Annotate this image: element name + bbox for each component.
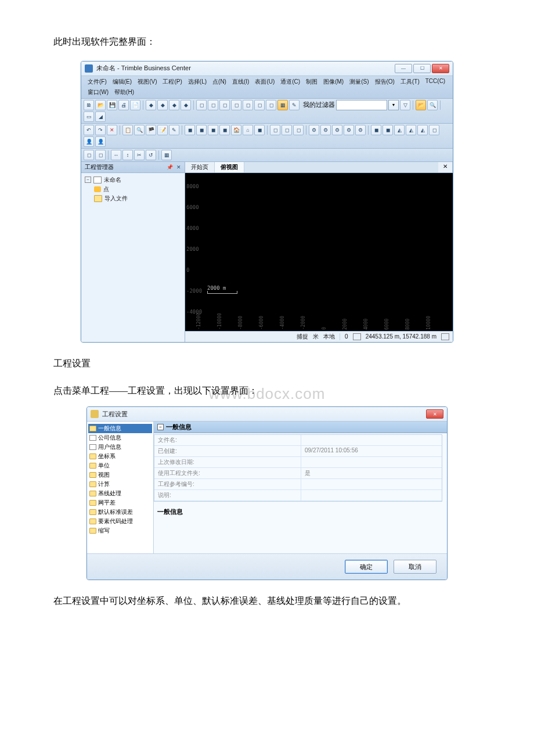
settings-tree-item[interactable]: 默认标准误差 [88,507,152,517]
close-icon[interactable]: ✕ [176,164,181,170]
tool-icon[interactable]: 👤 [95,136,106,147]
print-icon[interactable]: 🖨 [118,100,129,110]
tool-icon[interactable]: ◆ [169,100,179,110]
collapse-icon[interactable]: − [85,177,91,183]
tab-start[interactable]: 开始页 [185,162,215,172]
menu-item[interactable]: 窗口(W) [85,87,111,98]
settings-tree-item[interactable]: 网平差 [88,498,152,507]
property-row[interactable]: 上次修改日期: [154,457,442,468]
tool-icon[interactable]: 👤 [84,136,94,147]
tool-icon[interactable]: ✎ [289,100,300,110]
tab-planview[interactable]: 俯视图 [215,162,244,172]
tree-root[interactable]: − 未命名 [85,175,181,185]
menu-item[interactable]: 选择(L) [185,77,210,87]
settings-tree-item[interactable]: 坐标系 [88,452,152,461]
tool-icon[interactable]: ▭ [84,111,94,122]
save-icon[interactable]: 💾 [107,100,117,110]
form-section-header[interactable]: − 一般信息 [154,422,447,433]
toolbar-row-2[interactable]: ↶ ↷ ✕ 📋 🔍 🏴 📝 ✎ ◼ ◼ ◼ ◼ 🏠 ⌂ ◼ ◻ ◻ ◻ ⚙ ⚙ … [81,124,453,149]
property-value[interactable] [301,457,442,467]
close-button[interactable]: ✕ [432,64,449,73]
settings-tree-item[interactable]: 单位 [88,461,152,470]
tool-icon[interactable]: ⚙ [355,125,366,135]
settings-tree-item[interactable]: 公司信息 [88,433,152,442]
plan-view-canvas[interactable]: 2000 m 80006000400020000-2000-4000-12000… [185,173,453,331]
tool-icon[interactable]: ◻ [429,125,439,135]
grid-icon[interactable]: ▦ [277,100,288,110]
tool-icon[interactable]: ◆ [157,100,168,110]
undo-icon[interactable]: ↶ [84,125,94,135]
menu-item[interactable]: 报告(O) [372,77,398,87]
tool-icon[interactable]: 📋 [122,125,133,135]
settings-tree-item[interactable]: 要素代码处理 [88,517,152,526]
toolbar-row-1[interactable]: 🗎 📂 💾 🖨 📄 ◆ ◆ ◆ ◆ ◻ ◻ ◻ ◻ ◻ ◻ ◻ ▦ ✎ 我的过滤… [81,99,453,124]
tool-icon[interactable]: ◆ [181,100,191,110]
tool-icon[interactable]: ◻ [266,100,276,110]
menu-item[interactable]: 工程(P) [160,77,185,87]
tool-icon[interactable]: ✎ [169,125,179,135]
settings-tree-item[interactable]: 一般信息 [88,424,152,433]
tool-icon[interactable]: ◻ [196,100,207,110]
settings-tree[interactable]: 一般信息公司信息用户信息坐标系单位视图计算基线处理网平差默认标准误差要素代码处理… [87,422,154,553]
tab-close-icon[interactable]: ✕ [438,162,453,172]
settings-tree-item[interactable]: 缩写 [88,526,152,535]
tool-icon[interactable]: ◻ [219,100,230,110]
menubar[interactable]: 文件(F)编辑(E)视图(V)工程(P)选择(L)点(N)直线(I)表面(U)通… [81,76,453,99]
titlebar[interactable]: 工程设置 ✕ [87,407,447,422]
tool-icon[interactable]: ⚙ [332,125,342,135]
menu-item[interactable]: 文件(F) [85,77,110,87]
tool-icon[interactable]: ◭ [406,125,416,135]
property-grid[interactable]: 文件名:已创建:09/27/2011 10:05:56上次修改日期:使用工程文件… [154,434,442,502]
printprev-icon[interactable]: 📄 [130,100,140,110]
settings-tree-item[interactable]: 用户信息 [88,442,152,452]
tool-icon[interactable]: ◼ [371,125,381,135]
tool-icon[interactable]: ◻ [254,100,265,110]
property-value[interactable]: 是 [301,468,442,478]
view-tabs[interactable]: 开始页 俯视图 ✕ [185,162,453,173]
filter-btn[interactable]: ▽ [400,100,410,110]
toolbar-row-3[interactable]: ◻ ◻ ↔ ↕ ✂ ↺ ▦ [81,149,453,162]
tool-icon[interactable]: ◻ [243,100,253,110]
menu-item[interactable]: 直线(I) [229,77,252,87]
property-value[interactable] [301,479,442,489]
new-icon[interactable]: 🗎 [84,100,94,110]
tool-icon[interactable]: ⚙ [344,125,354,135]
collapse-icon[interactable]: − [157,424,164,430]
menu-item[interactable]: TCC(C) [423,77,448,87]
tool-icon[interactable]: ◼ [185,125,195,135]
menu-item[interactable]: 点(N) [210,77,229,87]
chevron-down-icon[interactable]: ▼ [388,100,399,110]
tree-child[interactable]: 点 [85,185,181,194]
settings-tree-item[interactable]: 计算 [88,480,152,489]
tool-icon[interactable]: ◻ [282,125,292,135]
tool-icon[interactable]: 🏴 [146,125,156,135]
menu-item[interactable]: 视图(V) [135,77,160,87]
tool-icon[interactable]: ◻ [293,125,304,135]
tool-icon[interactable]: ◼ [219,125,230,135]
property-row[interactable]: 说明: [154,490,442,501]
menu-item[interactable]: 工具(T) [398,77,423,87]
property-row[interactable]: 使用工程文件夹:是 [154,468,442,479]
property-row[interactable]: 工程参考编号: [154,479,442,490]
menu-item[interactable]: 帮助(H) [111,87,137,98]
close-button[interactable]: ✕ [426,409,443,419]
menu-item[interactable]: 表面(U) [252,77,277,87]
tool-icon[interactable]: ↕ [122,150,133,160]
panel-title[interactable]: 工程管理器 📌 ✕ [81,162,185,173]
property-row[interactable]: 已创建:09/27/2011 10:05:56 [154,446,442,457]
tool-icon[interactable]: ◆ [146,100,156,110]
settings-tree-item[interactable]: 基线处理 [88,489,152,498]
tool-icon[interactable]: ◼ [208,125,218,135]
delete-icon[interactable]: ✕ [107,125,117,135]
tool-icon[interactable]: ◢ [95,111,106,122]
tool-icon[interactable]: ↔ [111,150,121,160]
tool-icon[interactable]: ◭ [394,125,405,135]
settings-tree-item[interactable]: 视图 [88,470,152,480]
property-value[interactable] [301,490,442,501]
cancel-button[interactable]: 取消 [394,560,436,574]
titlebar[interactable]: 未命名 - Trimble Business Center — ☐ ✕ [81,62,453,76]
tool-icon[interactable]: ◻ [95,150,106,160]
redo-icon[interactable]: ↷ [95,125,106,135]
menu-item[interactable]: 编辑(E) [110,77,135,87]
tool-icon[interactable]: ◻ [231,100,241,110]
